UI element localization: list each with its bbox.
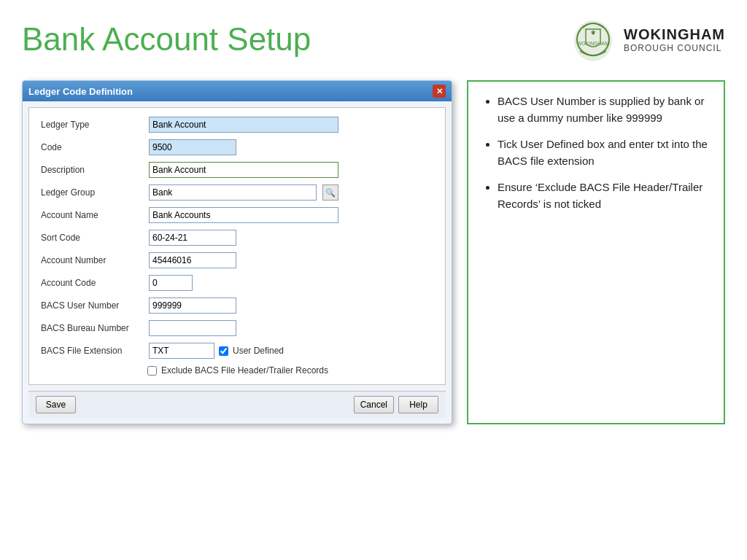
account-name-row: Account Name bbox=[41, 207, 433, 223]
description-label: Description bbox=[41, 165, 143, 175]
description-row: Description bbox=[41, 162, 433, 178]
ledger-code-dialog: Ledger Code Definition ✕ Ledger Type Cod… bbox=[22, 80, 452, 424]
account-number-row: Account Number bbox=[41, 252, 433, 268]
description-input[interactable] bbox=[149, 162, 338, 178]
help-button[interactable]: Help bbox=[398, 396, 438, 413]
code-row: Code bbox=[41, 139, 433, 155]
bacs-bureau-number-label: BACS Bureau Number bbox=[41, 323, 143, 333]
bacs-user-number-input[interactable] bbox=[149, 298, 236, 314]
info-panel: BACS User Number is supplied by bank or … bbox=[467, 80, 725, 424]
ledger-group-input[interactable] bbox=[149, 184, 317, 201]
dialog-footer: Save Cancel Help bbox=[28, 391, 446, 418]
account-code-row: Account Code bbox=[41, 275, 433, 291]
page-title: Bank Account Setup bbox=[22, 21, 311, 58]
code-label: Code bbox=[41, 142, 143, 152]
bacs-file-row-group: User Defined bbox=[149, 343, 284, 359]
ledger-group-label: Ledger Group bbox=[41, 187, 143, 198]
logo-text: WOKINGHAM BOROUGH COUNCIL bbox=[624, 26, 725, 53]
bacs-user-number-label: BACS User Number bbox=[41, 300, 143, 311]
bacs-bureau-number-row: BACS Bureau Number bbox=[41, 320, 433, 336]
bacs-file-extension-label: BACS File Extension bbox=[41, 346, 143, 356]
svg-text:WOKINGHAM: WOKINGHAM bbox=[577, 41, 610, 46]
exclude-bacs-label: Exclude BACS File Header/Trailer Records bbox=[161, 365, 328, 376]
sort-code-row: Sort Code bbox=[41, 230, 433, 246]
info-list: BACS User Number is supplied by bank or … bbox=[483, 93, 709, 212]
dialog-close-button[interactable]: ✕ bbox=[433, 85, 446, 98]
exclude-row: Exclude BACS File Header/Trailer Records bbox=[41, 365, 433, 376]
code-input[interactable] bbox=[149, 139, 236, 155]
header: Bank Account Setup ⚜ WOKINGHAM WOKINGHAM… bbox=[0, 0, 747, 73]
cancel-button[interactable]: Cancel bbox=[354, 396, 394, 413]
list-item: Ensure ‘Exclude BACS File Header/Trailer… bbox=[498, 179, 709, 212]
dialog-body: Ledger Type Code Description Ledger Grou… bbox=[28, 107, 446, 385]
ledger-group-search-button[interactable]: 🔍 bbox=[322, 184, 338, 201]
footer-right-buttons: Cancel Help bbox=[354, 396, 438, 413]
account-code-label: Account Code bbox=[41, 278, 143, 288]
account-name-label: Account Name bbox=[41, 210, 143, 220]
dialog-wrapper: Ledger Code Definition ✕ Ledger Type Cod… bbox=[22, 80, 452, 424]
logo-name: WOKINGHAM bbox=[624, 26, 725, 43]
bacs-user-number-row: BACS User Number bbox=[41, 298, 433, 314]
ledger-type-label: Ledger Type bbox=[41, 120, 143, 130]
save-button[interactable]: Save bbox=[36, 396, 76, 413]
svg-text:⚜: ⚜ bbox=[590, 29, 596, 36]
user-defined-label: User Defined bbox=[233, 346, 284, 356]
user-defined-checkbox[interactable] bbox=[219, 346, 228, 356]
bacs-bureau-number-input[interactable] bbox=[149, 320, 236, 336]
logo-emblem-icon: ⚜ WOKINGHAM bbox=[570, 13, 616, 66]
bacs-file-extension-row: BACS File Extension User Defined bbox=[41, 343, 433, 359]
dialog-titlebar: Ledger Code Definition ✕ bbox=[23, 81, 452, 101]
dialog-title: Ledger Code Definition bbox=[28, 86, 133, 97]
account-code-input[interactable] bbox=[149, 275, 193, 291]
list-item: Tick User Defined box and enter txt into… bbox=[498, 136, 709, 169]
logo-area: ⚜ WOKINGHAM WOKINGHAM BOROUGH COUNCIL bbox=[570, 13, 725, 66]
list-item: BACS User Number is supplied by bank or … bbox=[498, 93, 709, 126]
bacs-file-extension-input[interactable] bbox=[149, 343, 214, 359]
sort-code-label: Sort Code bbox=[41, 233, 143, 243]
main-content: Ledger Code Definition ✕ Ledger Type Cod… bbox=[0, 73, 747, 432]
ledger-group-row: Ledger Group 🔍 bbox=[41, 184, 433, 201]
logo-sub: BOROUGH COUNCIL bbox=[624, 43, 725, 53]
ledger-type-row: Ledger Type bbox=[41, 117, 433, 133]
account-name-input[interactable] bbox=[149, 207, 338, 223]
account-number-label: Account Number bbox=[41, 255, 143, 265]
exclude-bacs-checkbox[interactable] bbox=[147, 366, 157, 376]
sort-code-input[interactable] bbox=[149, 230, 236, 246]
ledger-type-input[interactable] bbox=[149, 117, 338, 133]
account-number-input[interactable] bbox=[149, 252, 236, 268]
